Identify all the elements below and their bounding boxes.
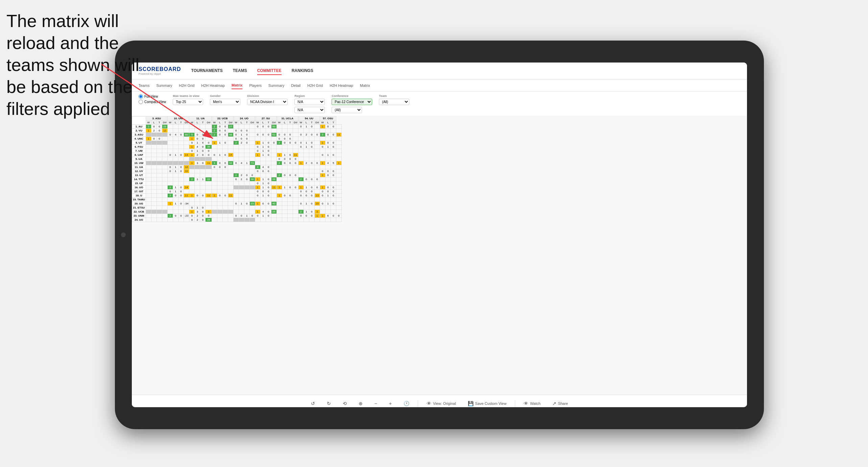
matrix-cell bbox=[200, 125, 206, 129]
share-btn[interactable]: ↗ Share bbox=[549, 399, 571, 408]
matrix-cell: 0 bbox=[287, 157, 293, 161]
nav-rankings[interactable]: RANKINGS bbox=[292, 67, 313, 75]
matrix-cell bbox=[282, 165, 287, 169]
matrix-cell bbox=[276, 149, 282, 153]
matrix-cell bbox=[304, 169, 309, 173]
sub-nav-h2h-heatmap-2[interactable]: H2H Heatmap bbox=[330, 82, 353, 89]
matrix-cell: 2 bbox=[233, 173, 239, 177]
matrix-cell bbox=[156, 194, 162, 198]
matrix-cell bbox=[167, 198, 173, 202]
matrix-cell bbox=[189, 157, 195, 161]
matrix-cell: 1 bbox=[195, 206, 200, 210]
matrix-cell bbox=[151, 141, 156, 145]
matrix-cell bbox=[151, 186, 156, 190]
matrix-cell bbox=[222, 186, 228, 190]
matrix-cell bbox=[244, 190, 249, 194]
filter-bar: Full View Compact View Max teams in view… bbox=[132, 92, 747, 116]
matrix-cell: 0 bbox=[331, 125, 336, 129]
matrix-cell bbox=[167, 145, 173, 149]
col-ua: 11. UA bbox=[189, 117, 212, 121]
row-label: 16. UO bbox=[132, 186, 146, 190]
sub-nav-matrix[interactable]: Matrix bbox=[232, 82, 242, 89]
matrix-cell: 2 bbox=[233, 141, 239, 145]
matrix-cell: 2 bbox=[239, 177, 244, 181]
matrix-cell bbox=[222, 190, 228, 194]
max-teams-label: Max teams in view bbox=[173, 94, 203, 98]
save-custom-btn[interactable]: 💾 Save Custom View bbox=[464, 399, 510, 408]
matrix-cell bbox=[287, 145, 293, 149]
matrix-cell: 0 bbox=[217, 129, 222, 133]
undo-btn[interactable]: ↺ bbox=[308, 399, 318, 408]
sub-nav-h2h-grid[interactable]: H2H Grid bbox=[179, 82, 194, 89]
sub-nav-summary[interactable]: Summary bbox=[156, 82, 172, 89]
matrix-cell bbox=[287, 210, 293, 214]
matrix-cell bbox=[293, 165, 298, 169]
conference-select[interactable]: Pac-12 Conference ▼ (All) bbox=[332, 99, 372, 105]
matrix-cell bbox=[271, 157, 276, 161]
watch-btn[interactable]: 👁 Watch bbox=[520, 399, 544, 408]
matrix-cell bbox=[266, 129, 271, 133]
sub-nav-players[interactable]: Players bbox=[249, 82, 262, 89]
matrix-cell bbox=[156, 202, 162, 206]
matrix-cell bbox=[325, 218, 331, 222]
matrix-cell: 0 bbox=[287, 173, 293, 177]
matrix-cell: 0 bbox=[266, 141, 271, 145]
matrix-cell: 1 bbox=[195, 177, 200, 181]
nav-committee[interactable]: COMMITTEE bbox=[257, 67, 282, 75]
matrix-cell bbox=[184, 206, 189, 210]
matrix-cell bbox=[151, 181, 156, 186]
nav-teams[interactable]: TEAMS bbox=[233, 67, 247, 75]
gender-select[interactable]: Men's Women's bbox=[210, 99, 240, 105]
sub-nav-players-summary[interactable]: Summary bbox=[268, 82, 284, 89]
matrix-cell bbox=[331, 129, 336, 133]
max-teams-select[interactable]: Top 25 Top 50 All bbox=[173, 99, 203, 105]
table-row: 6. FSU14035010010010 bbox=[132, 145, 342, 149]
zoom-fit-btn[interactable]: ⊕ bbox=[355, 399, 366, 408]
matrix-cell bbox=[320, 137, 325, 141]
matrix-cell bbox=[255, 157, 260, 161]
matrix-cell bbox=[217, 206, 222, 210]
matrix-cell bbox=[173, 161, 178, 165]
redo-btn[interactable]: ↻ bbox=[323, 399, 334, 408]
matrix-cell bbox=[287, 206, 293, 210]
row-label: 19. TAMU bbox=[132, 198, 146, 202]
clock-btn[interactable]: 🕐 bbox=[400, 399, 413, 408]
matrix-cell bbox=[228, 129, 233, 133]
division-select[interactable]: NCAA Division I NCAA Division II NCAA Di… bbox=[247, 99, 288, 105]
matrix-cell: 2 bbox=[151, 129, 156, 133]
matrix-cell bbox=[217, 190, 222, 194]
matrix-cell bbox=[162, 214, 167, 218]
matrix-cell bbox=[222, 181, 228, 186]
matrix-cell bbox=[244, 206, 249, 210]
team-select[interactable]: (All) bbox=[379, 99, 409, 105]
matrix-cell bbox=[151, 202, 156, 206]
region-select[interactable]: N/A East West bbox=[294, 99, 325, 105]
matrix-cell bbox=[309, 129, 314, 133]
zoom-out-btn[interactable]: − bbox=[371, 399, 381, 408]
conference-sub-select[interactable]: (All) bbox=[332, 107, 362, 113]
matrix-cell bbox=[151, 198, 156, 202]
matrix-cell: 0 bbox=[244, 173, 249, 177]
zoom-in-btn[interactable]: + bbox=[386, 399, 395, 408]
matrix-area[interactable]: 3. ASU 10. UW 11. UA 22. UCB 24. UO 27. … bbox=[132, 116, 747, 395]
matrix-cell: 0 bbox=[244, 137, 249, 141]
sub-nav-h2h-grid-2[interactable]: H2H Grid bbox=[307, 82, 323, 89]
table-row: 3. ASU0408050012020048010000520000200300… bbox=[132, 133, 342, 137]
region-sub-select[interactable]: N/A bbox=[294, 107, 325, 113]
sub-nav-h2h-heatmap[interactable]: H2H Heatmap bbox=[201, 82, 225, 89]
matrix-scroll[interactable]: 3. ASU 10. UW 11. UA 22. UCB 24. UO 27. … bbox=[132, 116, 747, 395]
matrix-cell bbox=[336, 181, 341, 186]
matrix-cell: 2 bbox=[189, 177, 195, 181]
refresh-btn[interactable]: ⟲ bbox=[339, 399, 350, 408]
matrix-cell: 3 bbox=[255, 165, 260, 169]
matrix-cell bbox=[178, 125, 184, 129]
matrix-cell: 1 bbox=[239, 202, 244, 206]
matrix-cell bbox=[244, 186, 249, 190]
matrix-cell bbox=[249, 198, 255, 202]
sub-nav-detail[interactable]: Detail bbox=[291, 82, 300, 89]
matrix-cell bbox=[146, 133, 151, 137]
view-original-btn[interactable]: 👁 View: Original bbox=[423, 399, 459, 408]
matrix-cell: 0 bbox=[266, 202, 271, 206]
nav-tournaments[interactable]: TOURNAMENTS bbox=[191, 67, 223, 75]
sub-nav-matrix-2[interactable]: Matrix bbox=[360, 82, 370, 89]
